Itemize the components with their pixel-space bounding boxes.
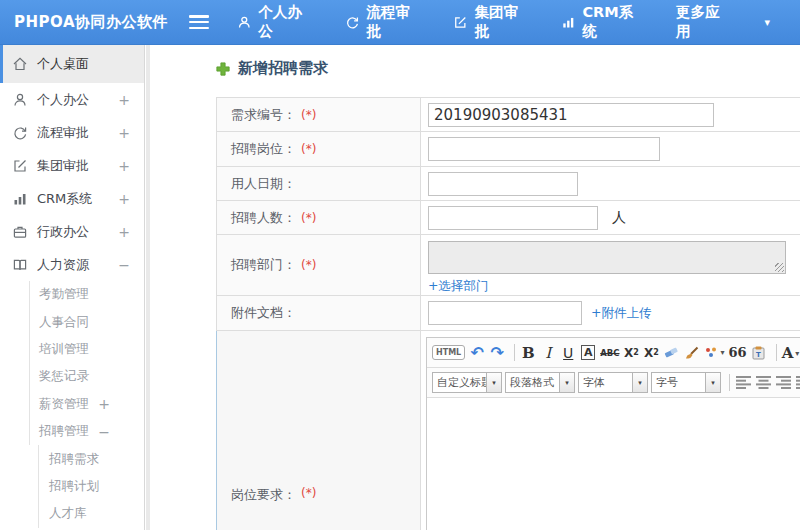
collapse-icon[interactable]: − [98,424,110,440]
align-justify-icon[interactable] [795,372,800,394]
caret-down-icon: ▾ [486,373,501,392]
undo-icon[interactable]: ↶ [469,342,485,364]
sidebar-item-personal-desktop[interactable]: 个人桌面 [0,45,144,83]
recruit-demand-form: 需求编号： (*) 招聘岗位： (*) 用人 [216,97,800,530]
expand-icon[interactable]: + [118,92,130,108]
caret-down-icon: ▾ [632,373,647,392]
sidebar-item-group-approval[interactable]: 集团审批 + [0,149,144,182]
page-header: 新增招聘需求 [216,59,328,78]
svg-text:T: T [756,351,761,359]
form-row-position: 招聘岗位： (*) [216,132,800,167]
sidebar-item-recruit-mgmt[interactable]: 招聘管理 − [0,418,144,445]
person-icon [12,92,28,108]
custom-heading-select[interactable]: 自定义标题 ▾ [432,372,502,393]
required-mark: (*) [301,142,316,156]
sidebar-item-recruit-plan[interactable]: 招聘计划 [0,473,144,500]
main-content: 新增招聘需求 需求编号： (*) 招聘岗位： (*) [150,45,800,530]
caret-down-icon: ▾ [721,348,725,357]
position-input[interactable] [428,137,660,161]
field-label: 附件文档： [231,304,296,322]
required-mark: (*) [301,486,316,500]
sidebar-item-admin-office[interactable]: 行政办公 + [0,215,144,248]
hire-date-input[interactable] [428,172,578,196]
attachment-input[interactable] [428,301,582,325]
app-logo: PHPOA协同办公软件 [0,13,189,32]
sidebar-item-crm[interactable]: CRM系统 + [0,182,144,215]
rich-text-editor: HTML ↶ ↷ B I U A ABC X2 X2 [426,337,800,530]
font-size-select[interactable]: 字号 ▾ [651,372,721,393]
expand-icon[interactable]: + [98,396,110,412]
expand-icon[interactable]: + [118,191,130,207]
sidebar-item-process-approval[interactable]: 流程审批 + [0,116,144,149]
topbar: PHPOA协同办公软件 个人办公 流程审批 集团审批 CRM系统 更多应用 [0,0,800,45]
sidebar-item-personal-office[interactable]: 个人办公 + [0,83,144,116]
paragraph-format-select[interactable]: 段落格式 ▾ [505,372,575,393]
sidebar-item-training[interactable]: 培训管理 [0,336,144,363]
form-row-job-requirements: 岗位要求： (*) HTML ↶ ↷ B I U A [216,331,800,530]
demand-code-input[interactable] [428,103,714,127]
upload-attachment-link[interactable]: +附件上传 [591,305,651,322]
process-icon [12,125,28,141]
app-window: PHPOA协同办公软件 个人办公 流程审批 集团审批 CRM系统 更多应用 [0,0,800,530]
blockquote-button[interactable]: 66 [729,342,747,364]
department-textarea[interactable] [428,241,786,274]
align-left-icon[interactable] [735,372,751,394]
sidebar-item-hr-contract[interactable]: 人事合同 [0,308,144,335]
underline-button[interactable]: U [560,342,576,364]
sidebar-item-attendance[interactable]: 考勤管理 [0,281,144,308]
required-mark: (*) [301,211,316,225]
collapse-icon[interactable]: − [118,257,130,273]
nav-item-personal-office[interactable]: 个人办公 [237,3,315,41]
choose-department-link[interactable]: +选择部门 [428,278,488,295]
expand-icon[interactable]: + [118,125,130,141]
form-row-department: 招聘部门： (*) +选择部门 [216,235,800,296]
sidebar-item-recruit-demand[interactable]: 招聘需求 [0,445,144,472]
toolbar-divider [514,344,515,361]
font-family-select[interactable]: 字体 ▾ [578,372,648,393]
form-row-hire-date: 用人日期： [216,167,800,201]
more-apps-caret[interactable]: ▾ [762,16,770,29]
font-color-button[interactable]: A▾ [782,342,800,364]
resize-grip[interactable] [775,263,784,272]
field-label: 岗位要求： [231,486,296,504]
paste-table-icon[interactable]: T [751,342,767,364]
nav-item-crm[interactable]: CRM系统 [561,3,646,41]
process-icon [345,15,360,30]
redo-icon[interactable]: ↷ [489,342,505,364]
italic-button[interactable]: I [540,342,556,364]
headcount-input[interactable] [428,206,598,230]
font-style-button[interactable]: A [581,345,596,360]
sidebar-item-rewards[interactable]: 奖惩记录 [0,363,144,390]
unit-suffix: 人 [612,209,626,227]
subscript-button[interactable]: X2 [644,342,660,364]
align-right-icon[interactable] [775,372,791,394]
color-palette-icon[interactable]: ▾ [704,342,725,364]
caret-down-icon: ▾ [705,373,720,392]
eraser-icon[interactable] [664,342,680,364]
briefcase-icon [12,224,28,240]
strikethrough-button[interactable]: ABC [600,342,619,364]
align-center-icon[interactable] [755,372,771,394]
caret-down-icon: ▾ [795,348,799,358]
page-title: 新增招聘需求 [238,59,328,78]
expand-icon[interactable]: + [118,158,130,174]
superscript-button[interactable]: X2 [624,342,640,364]
nav-item-more-apps[interactable]: 更多应用 [676,3,733,41]
sidebar: 个人桌面 个人办公 + 流程审批 + 集团审批 + CRM系统 + 行政办公 + [0,45,145,530]
sidebar-item-salary[interactable]: 薪资管理 + [0,391,144,418]
format-brush-icon[interactable] [684,342,700,364]
form-row-headcount: 招聘人数： (*) 人 [216,201,800,235]
bold-button[interactable]: B [520,342,536,364]
nav-item-group-approval[interactable]: 集团审批 [453,3,531,41]
hamburger-menu-icon[interactable] [189,15,209,29]
caret-down-icon: ▾ [559,373,574,392]
add-icon [216,62,230,76]
sidebar-item-talent-pool[interactable]: 人才库 [0,500,144,527]
edit-icon [453,15,468,30]
required-mark: (*) [301,258,316,272]
expand-icon[interactable]: + [118,224,130,240]
html-source-button[interactable]: HTML [432,345,465,360]
sidebar-item-hr[interactable]: 人力资源 − [0,248,144,281]
editor-content-area[interactable] [427,398,800,530]
nav-item-process-approval[interactable]: 流程审批 [345,3,423,41]
